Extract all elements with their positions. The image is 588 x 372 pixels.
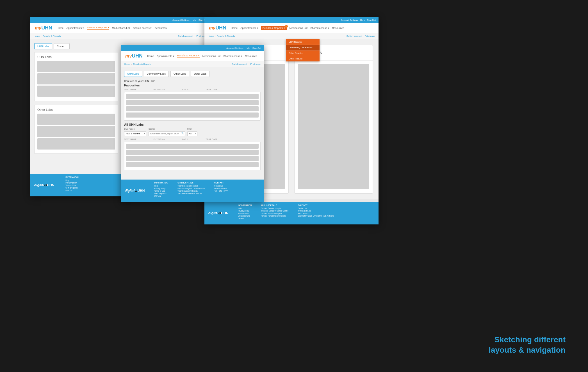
left-help[interactable]: Help (192, 19, 196, 21)
left-breadcrumb-sep: › (41, 35, 42, 37)
center-nav-appointments[interactable]: Appointments ▾ (157, 55, 174, 58)
left-nav-shared[interactable]: Shared access ▾ (133, 27, 152, 29)
center-footer-phone: 416 - 340 - 3777 (214, 190, 228, 192)
center-footer-uhn-ca[interactable]: UHN.ca (154, 195, 168, 197)
center-footer-tgh: Toronto General Hospital (177, 185, 205, 187)
right-footer-uhn-prog[interactable]: UHN programs (238, 215, 252, 217)
center-tab-community-labs[interactable]: Community Labs (144, 71, 169, 77)
center-date-range-label: Date Range (124, 128, 146, 130)
center-tab-other-labs-2[interactable]: Other Labs (191, 71, 210, 77)
right-print-page[interactable]: Print page (365, 35, 375, 37)
right-nav-resources[interactable]: Resources (332, 27, 344, 29)
left-breadcrumb-results[interactable]: Results & Reports (43, 35, 61, 37)
right-logo-my: my (209, 26, 215, 31)
center-tab-other-labs-1[interactable]: Other Labs (170, 71, 189, 77)
center-search-input[interactable] (149, 131, 185, 136)
left-footer-logo-uhn-text: UHN (47, 183, 54, 187)
right-nav-medications[interactable]: Medications List (290, 27, 308, 29)
right-nav-shared[interactable]: Shared access ▾ (310, 27, 329, 29)
center-breadcrumb-results[interactable]: Results & Reports (133, 63, 151, 65)
center-print-page[interactable]: Print page (250, 63, 261, 65)
center-footer-terms[interactable]: Terms of Use (154, 190, 168, 192)
right-breadcrumb-results[interactable]: Results & Reports (217, 35, 235, 37)
right-dropdown-uhn-results[interactable]: UHN Results (286, 39, 320, 45)
center-sign-out[interactable]: Sign Out (252, 47, 261, 49)
center-all-uhn-labs-heading: All UHN Labs (124, 123, 261, 126)
left-logo-uhn: UHN (41, 25, 52, 31)
center-date-range-group: Date Range Past 6 Months (124, 128, 146, 136)
right-footer: digital⊙UHN INFORMATION Help Privacy pol… (204, 202, 379, 224)
center-all-col-lab: LAB ⬆ (182, 138, 189, 141)
right-footer-info-title: INFORMATION (238, 204, 252, 206)
right-footer-email[interactable]: myuhn@uhn.ca (298, 210, 334, 212)
center-tab-uhn-labs[interactable]: UHN Labs (124, 71, 142, 77)
right-sub-bar: Home › Results & Reports Switch account … (204, 33, 379, 39)
center-footer-email[interactable]: myuhn@uhn.ca (214, 187, 228, 189)
right-sign-out[interactable]: Sign Out (367, 19, 376, 21)
center-all-row-2 (126, 150, 259, 155)
left-breadcrumb-home[interactable]: Home (34, 35, 40, 37)
right-footer-contact-us[interactable]: Contact us (298, 207, 334, 209)
left-other-placeholder-1 (37, 114, 115, 125)
caption-line2: layouts & navigation (489, 346, 566, 354)
center-nav-shared[interactable]: Shared access ▾ (223, 55, 242, 58)
center-breadcrumb-home[interactable]: Home (124, 63, 130, 65)
left-nav-resources[interactable]: Resources (154, 27, 167, 29)
center-date-range-select[interactable]: Past 6 Months (124, 131, 146, 136)
right-nav-home[interactable]: Home (231, 27, 238, 29)
center-filter-label: Filter (187, 128, 197, 130)
left-other-placeholder-2 (37, 126, 115, 137)
left-footer-uhn-programs[interactable]: UHN programs (65, 187, 79, 189)
center-nav-medications[interactable]: Medications List (202, 55, 221, 58)
left-other-labs-label-1: Other Labs (37, 108, 115, 111)
center-nav-home[interactable]: Home (147, 55, 154, 58)
right-other-placeholder-1 (298, 64, 369, 189)
left-footer-uhn-ca[interactable]: UHN.ca (65, 189, 79, 191)
center-nav-results[interactable]: Results & Reports ▾ (177, 54, 200, 58)
center-all-row-1 (126, 144, 259, 149)
right-footer-uhn-ca[interactable]: UHN.ca (238, 217, 252, 219)
center-top-bar: Account Settings Help Sign Out (121, 45, 264, 51)
left-uhn-labs-block: UHN Labs (34, 52, 118, 101)
center-account-settings[interactable]: Account Settings (226, 47, 243, 49)
right-help[interactable]: Help (360, 19, 364, 21)
left-uhn-placeholder-1 (37, 61, 115, 72)
center-footer-uhn-prog[interactable]: UHN programs (154, 192, 168, 194)
right-dropdown-other-2[interactable]: Other Results (286, 56, 320, 61)
right-footer-privacy[interactable]: Privacy policy (238, 210, 252, 212)
left-tab-community-labs[interactable]: Comm... (54, 43, 70, 49)
center-footer-contact-title: CONTACT (214, 182, 228, 184)
left-footer-help[interactable]: Help (65, 179, 79, 181)
left-account-settings[interactable]: Account Settings (172, 19, 189, 21)
center-footer-help[interactable]: Help (154, 185, 168, 187)
right-nav-appointments[interactable]: Appointments ▾ (240, 27, 258, 29)
caption-line1: Sketching different (494, 335, 566, 344)
right-nav-results[interactable]: Results & Reports ▾ ! (261, 26, 287, 30)
right-account-settings[interactable]: Account Settings (341, 19, 358, 21)
center-footer-contact-us[interactable]: Contact us (214, 185, 228, 187)
right-footer-help[interactable]: Help (238, 207, 252, 209)
right-top-bar: Account Settings Help Sign Out (204, 17, 379, 23)
center-switch-account[interactable]: Switch account (232, 63, 247, 65)
left-footer-logo-uhn: ⊙ (44, 183, 47, 187)
left-switch-account[interactable]: Switch account (178, 35, 193, 37)
left-nav-home[interactable]: Home (57, 27, 63, 29)
left-nav-appointments[interactable]: Appointments ▾ (66, 27, 84, 29)
right-footer-contact-title: CONTACT (298, 204, 334, 206)
right-footer-terms[interactable]: Terms of Use (238, 212, 252, 214)
center-help[interactable]: Help (245, 47, 250, 49)
right-dropdown-community-lab[interactable]: Community Lab Results (286, 45, 320, 50)
right-breadcrumb-home[interactable]: Home (208, 35, 214, 37)
right-switch-account[interactable]: Switch account (347, 35, 362, 37)
left-uhn-placeholder-2 (37, 73, 115, 84)
center-footer-privacy[interactable]: Privacy policy (154, 187, 168, 189)
left-footer-terms[interactable]: Terms of Use (65, 184, 79, 186)
left-tab-uhn-labs[interactable]: UHN Labs (34, 43, 52, 49)
left-footer-privacy[interactable]: Privacy policy (65, 182, 79, 184)
left-nav-results[interactable]: Results & Reports ▾ (87, 26, 109, 30)
left-nav-medications[interactable]: Medications List (112, 27, 130, 29)
center-nav-resources[interactable]: Resources (245, 55, 257, 58)
center-col-lab: LAB ⬆ (182, 89, 189, 91)
center-filter-select[interactable]: All (187, 131, 197, 136)
right-dropdown-other-1[interactable]: Other Results (286, 50, 320, 56)
